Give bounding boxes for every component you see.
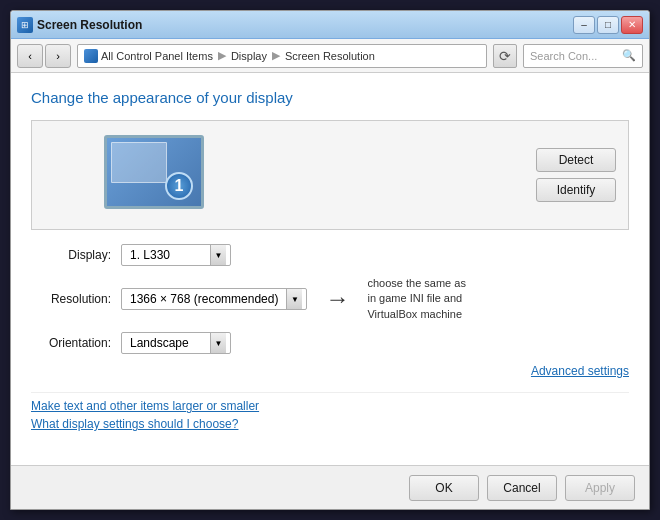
window-icon: ⊞ xyxy=(17,17,33,33)
monitor-screen-inner xyxy=(111,142,167,183)
breadcrumb-icon xyxy=(84,49,98,63)
identify-button[interactable]: Identify xyxy=(536,178,616,202)
minimize-button[interactable]: – xyxy=(573,16,595,34)
title-bar-left: ⊞ Screen Resolution xyxy=(17,17,142,33)
title-bar-buttons: – □ ✕ xyxy=(573,16,643,34)
search-placeholder: Search Con... xyxy=(530,50,597,62)
arrow-note: choose the same as in game INI file and … xyxy=(367,276,465,322)
resolution-dropdown-arrow: ▼ xyxy=(286,289,302,309)
window-title: Screen Resolution xyxy=(37,18,142,32)
resolution-dropdown[interactable]: 1366 × 768 (recommended) ▼ xyxy=(121,288,307,310)
advanced-settings-link[interactable]: Advanced settings xyxy=(31,364,629,378)
resolution-label: Resolution: xyxy=(31,292,121,306)
orientation-label: Orientation: xyxy=(31,336,121,350)
breadcrumb-item-1[interactable]: Display xyxy=(231,50,267,62)
cancel-button[interactable]: Cancel xyxy=(487,475,557,501)
arrow-indicator: → xyxy=(325,285,349,313)
title-bar: ⊞ Screen Resolution – □ ✕ xyxy=(11,11,649,39)
display-value: 1. L330 xyxy=(126,248,206,262)
orientation-control: Landscape ▼ xyxy=(121,332,231,354)
monitor-preview: 1 xyxy=(104,135,204,215)
display-dropdown-arrow: ▼ xyxy=(210,245,226,265)
resolution-value: 1366 × 768 (recommended) xyxy=(126,292,282,306)
resolution-row: Resolution: 1366 × 768 (recommended) ▼ →… xyxy=(31,276,629,322)
breadcrumb-item-0[interactable]: All Control Panel Items xyxy=(101,50,213,62)
bottom-bar: OK Cancel Apply xyxy=(11,465,649,509)
page-title: Change the appearance of your display xyxy=(31,89,629,106)
content-area: Change the appearance of your display 1 … xyxy=(11,73,649,465)
help-link-2[interactable]: What display settings should I choose? xyxy=(31,417,629,431)
maximize-button[interactable]: □ xyxy=(597,16,619,34)
forward-button[interactable]: › xyxy=(45,44,71,68)
close-button[interactable]: ✕ xyxy=(621,16,643,34)
refresh-button[interactable]: ⟳ xyxy=(493,44,517,68)
search-bar[interactable]: Search Con... 🔍 xyxy=(523,44,643,68)
display-panel: 1 Detect Identify xyxy=(31,120,629,230)
breadcrumb-sep-1: ▶ xyxy=(218,49,226,62)
detect-button[interactable]: Detect xyxy=(536,148,616,172)
address-bar: ‹ › All Control Panel Items ▶ Display ▶ … xyxy=(11,39,649,73)
display-control: 1. L330 ▼ xyxy=(121,244,231,266)
apply-button[interactable]: Apply xyxy=(565,475,635,501)
breadcrumb-sep-2: ▶ xyxy=(272,49,280,62)
display-dropdown[interactable]: 1. L330 ▼ xyxy=(121,244,231,266)
help-links: Make text and other items larger or smal… xyxy=(31,392,629,441)
orientation-dropdown-arrow: ▼ xyxy=(210,333,226,353)
nav-buttons: ‹ › xyxy=(17,44,71,68)
main-window: ⊞ Screen Resolution – □ ✕ ‹ › All Contro… xyxy=(10,10,650,510)
search-icon: 🔍 xyxy=(622,49,636,62)
resolution-control: 1366 × 768 (recommended) ▼ → choose the … xyxy=(121,276,466,322)
orientation-row: Orientation: Landscape ▼ xyxy=(31,332,629,354)
help-link-1[interactable]: Make text and other items larger or smal… xyxy=(31,399,629,413)
monitor-number: 1 xyxy=(165,172,193,200)
orientation-value: Landscape xyxy=(126,336,206,350)
display-row: Display: 1. L330 ▼ xyxy=(31,244,629,266)
display-label: Display: xyxy=(31,248,121,262)
orientation-dropdown[interactable]: Landscape ▼ xyxy=(121,332,231,354)
back-button[interactable]: ‹ xyxy=(17,44,43,68)
breadcrumb: All Control Panel Items ▶ Display ▶ Scre… xyxy=(77,44,487,68)
ok-button[interactable]: OK xyxy=(409,475,479,501)
monitor-screen: 1 xyxy=(104,135,204,209)
detect-identify-buttons: Detect Identify xyxy=(536,148,616,202)
breadcrumb-item-2[interactable]: Screen Resolution xyxy=(285,50,375,62)
